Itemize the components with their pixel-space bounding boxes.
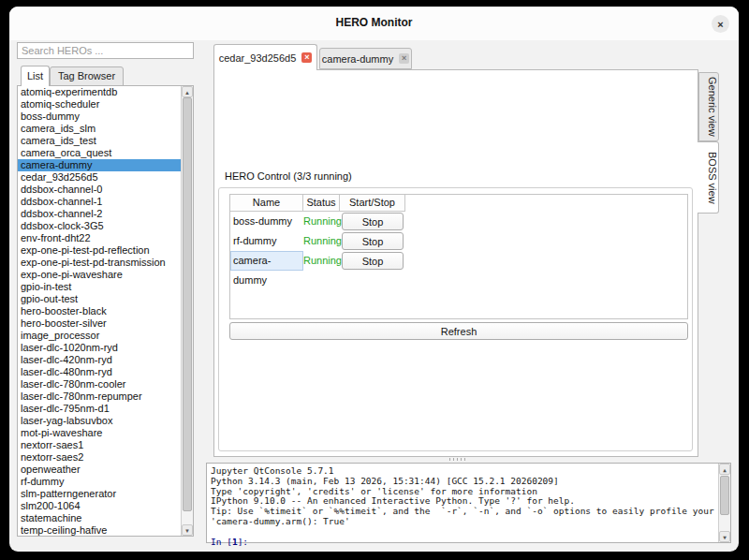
list-item[interactable]: slm200-1064 [18,500,193,512]
list-item[interactable]: ddsbox-clock-3G5 [18,220,193,232]
hero-action-cell: Stop [340,212,405,231]
tab-tag-browser[interactable]: Tag Browser [50,66,124,86]
column-header-name[interactable]: Name [230,195,303,212]
list-item[interactable]: laser-dlc-780nm-repumper [18,391,193,403]
list-item[interactable]: ddsbox-channel-0 [18,184,193,196]
console-line: 'camera-dummy.arm(): True' [211,517,727,527]
column-header-startstop[interactable]: Start/Stop [340,195,405,212]
search-input[interactable] [17,42,194,59]
list-item[interactable]: boss-dummy [18,111,193,123]
hero-name-cell[interactable]: boss-dummy [230,212,303,231]
hero-status-cell: Running [303,212,340,231]
stop-button[interactable]: Stop [342,232,404,250]
list-item[interactable]: camera_ids_slm [18,123,193,135]
column-header-status[interactable]: Status [303,195,340,212]
list-item[interactable]: rf-dummy [18,476,193,488]
close-tab-icon[interactable]: × [301,52,312,63]
list-item[interactable]: ddsbox-channel-1 [18,196,193,208]
list-scrollbar-thumb[interactable] [183,97,192,511]
list-item[interactable]: camera_orca_quest [18,147,193,159]
list-item[interactable]: env-front-dht22 [18,232,193,244]
table-row: boss-dummy Running Stop [230,212,687,231]
list-item[interactable]: atomiq-experimentdb [18,86,193,98]
console-line [211,527,727,538]
list-item[interactable]: exp-one-pi-test-pd-transmission [18,257,193,269]
hero-status-cell: Running [303,231,340,251]
list-scrollbar[interactable]: ▲ ▼ [181,86,193,536]
tab-boss-view[interactable]: BOSS view [698,141,719,214]
list-item[interactable]: slm-patterngenerator [18,488,193,500]
app-window: HERO Monitor × List Tag Browser atomiq-e… [9,7,739,552]
list-item[interactable]: image_processor [18,330,193,342]
tab-list[interactable]: List [21,66,50,86]
list-item[interactable]: atomiq-scheduler [18,98,193,111]
hero-status-cell: Running [303,251,340,271]
console-scrollbar-thumb[interactable] [720,476,729,515]
close-tab-icon[interactable]: × [399,53,409,64]
console-prompt[interactable]: In [1]: [211,538,727,548]
console-line: IPython 9.10.0 -- An enhanced Interactiv… [211,496,727,507]
hero-action-cell: Stop [340,231,405,251]
scroll-down-icon[interactable]: ▼ [182,524,193,536]
list-item[interactable]: temp-ceiling-hafive [18,524,193,537]
window-close-button[interactable]: × [712,15,729,33]
console-scrollbar[interactable]: ▲ ▼ [718,464,730,542]
hero-name-cell[interactable]: rf-dummy [230,231,303,251]
table-row: camera-dummy Running Stop [230,251,687,271]
list-item[interactable]: statemachine [18,512,193,524]
list-item[interactable]: mot-pi-waveshare [18,427,193,439]
list-item[interactable]: gpio-out-test [18,293,193,305]
splitter-handle[interactable] [449,458,466,461]
prompt-suffix: ]: [238,538,248,547]
table-header: Name Status Start/Stop [230,195,687,212]
list-item[interactable]: ddsbox-channel-2 [18,208,193,220]
stop-button[interactable]: Stop [342,252,404,270]
tab-label: camera-dummy [322,53,393,65]
list-item[interactable]: laser-dlc-795nm-d1 [18,403,193,415]
tab-cedar-93d256d5[interactable]: cedar_93d256d5 × [213,44,317,70]
list-item[interactable]: laser-yag-labsuvbox [18,415,193,427]
scroll-down-icon[interactable]: ▼ [719,531,730,542]
list-item[interactable]: exp-one-pi-waveshare [18,269,193,281]
list-item[interactable]: hero-booster-black [18,305,193,317]
list-item[interactable]: nextorr-saes1 [18,439,193,451]
title-bar: HERO Monitor × [9,7,739,40]
list-item[interactable]: laser-dlc-1020nm-ryd [18,342,193,354]
hero-name-cell[interactable]: camera-dummy [230,251,303,271]
hero-list[interactable]: atomiq-experimentdbatomiq-schedulerboss-… [17,85,194,537]
prompt-prefix: In [ [211,538,232,547]
list-item[interactable]: exp-one-pi-test-pd-reflection [18,244,193,257]
hero-control-table: Name Status Start/Stop boss-dummy Runnin… [229,194,688,319]
stop-button[interactable]: Stop [342,213,404,230]
refresh-button[interactable]: Refresh [229,322,688,340]
list-item[interactable]: gpio-in-test [18,281,193,293]
list-item[interactable]: cedar_93d256d5 [18,171,193,184]
console-line: Python 3.14.3 (main, Feb 13 2026, 15:31:… [211,477,727,487]
list-item[interactable]: hero-booster-silver [18,317,193,330]
tab-camera-dummy[interactable]: camera-dummy × [319,48,412,69]
console-line: Jupyter QtConsole 5.7.1 [211,466,727,477]
hero-action-cell: Stop [340,251,405,271]
list-item[interactable]: camera-dummy [18,159,193,171]
list-item[interactable]: laser-dlc-420nm-ryd [18,354,193,366]
scroll-up-icon[interactable]: ▲ [719,464,730,475]
list-item[interactable]: nextorr-saes2 [18,451,193,464]
scroll-up-icon[interactable]: ▲ [182,86,193,97]
console-line: Tip: Use `%timeit` or `%%timeit`, and th… [211,507,727,517]
console-line: Type 'copyright', 'credits' or 'license'… [211,487,727,497]
tab-label: cedar_93d256d5 [219,52,297,64]
list-item[interactable]: openweather [18,464,193,476]
console-output[interactable]: Jupyter QtConsole 5.7.1Python 3.14.3 (ma… [206,463,731,543]
list-item[interactable]: laser-dlc-780nm-cooler [18,378,193,391]
table-row: rf-dummy Running Stop [230,231,687,251]
hero-control-title: HERO Control (3/3 running) [225,170,352,182]
tab-generic-view[interactable]: Generic view [698,72,719,141]
list-item[interactable]: laser-dlc-480nm-ryd [18,366,193,378]
window-title: HERO Monitor [9,16,739,29]
list-item[interactable]: camera_ids_test [18,135,193,147]
close-icon: × [717,19,723,30]
